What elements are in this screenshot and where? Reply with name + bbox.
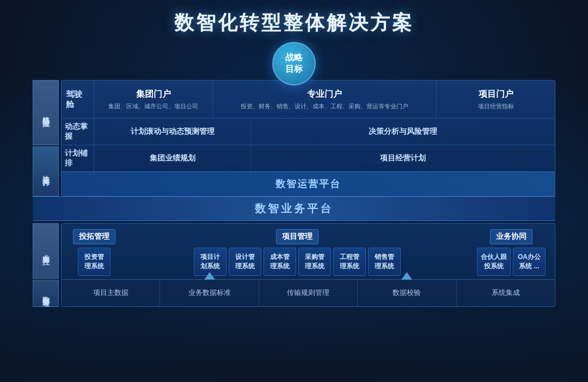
data-cell-label-3: 数据校验 xyxy=(393,288,421,298)
data-cell-2: 传输规则管理 xyxy=(259,280,358,306)
bottom-section: 业务管控 数据管理 投拓管理 投资管理系统 xyxy=(33,223,555,307)
plan-cell1: 集团业绩规划 xyxy=(94,145,251,171)
data-cell-1: 业务数据标准 xyxy=(160,280,259,306)
label-strategic-monitor: 战略监控 xyxy=(33,80,59,145)
project-item-4: 工程管理系统 xyxy=(333,248,366,276)
strategy-circle: 战略 目标 xyxy=(272,42,316,85)
cockpit-row: 驾驶舱 集团门户 集团、区域、城市公司、项目公司 专业门户 投资、财务、销售、设… xyxy=(62,81,555,119)
group-portal-sub: 集团、区域、城市公司、项目公司 xyxy=(108,102,198,110)
biz-platform-label: 数智业务平台 xyxy=(255,202,333,214)
top-section: 战略监控 决策支持 驾驶舱 集团门户 集团、区域、城市公司、项目公司 xyxy=(33,80,555,196)
project-item-2: 成本管理系统 xyxy=(264,248,296,276)
arrow-up-1 xyxy=(204,272,215,280)
data-cell-0: 项目主数据 xyxy=(62,280,160,306)
data-cell-label-4: 系统集成 xyxy=(492,288,520,298)
investment-block: 投拓管理 投资管理系统 xyxy=(67,229,121,276)
project-item-5: 销售管理系统 xyxy=(368,248,401,276)
plan-cell2: 项目经营计划 xyxy=(251,145,555,171)
label-business-control: 业务管控 xyxy=(33,223,59,279)
professional-portal-title: 专业门户 xyxy=(307,89,342,100)
plan-label: 计划铺排 xyxy=(62,145,94,171)
investment-item-0: 投资管理系统 xyxy=(78,248,111,276)
data-row: 项目主数据 业务数据标准 传输规则管理 数据校验 系统集成 xyxy=(62,279,555,306)
project-item-3: 采购管理系统 xyxy=(298,248,331,276)
project-portal-title: 项目门户 xyxy=(479,89,513,100)
bottom-left-labels: 业务管控 数据管理 xyxy=(33,223,59,307)
business-panel: 投拓管理 投资管理系统 项目管理 项目计划系统 设计管理系统 成本管理系统 采购… xyxy=(61,223,555,307)
collab-item-1: OA办公系统 ... xyxy=(513,248,546,276)
cockpit-label: 驾驶舱 xyxy=(62,81,94,118)
collaboration-items: 合伙人跟投系统 OA办公系统 ... xyxy=(477,248,546,276)
project-mgmt-items: 项目计划系统 设计管理系统 成本管理系统 采购管理系统 工程管理系统 销售管理系… xyxy=(194,248,401,276)
dynamic-cell1: 计划滚动与动态预测管理 xyxy=(94,119,251,145)
investment-items: 投资管理系统 xyxy=(78,248,111,276)
dynamic-label: 动态掌握 xyxy=(62,119,94,145)
content-area: 战略监控 决策支持 驾驶舱 集团门户 集团、区域、城市公司、项目公司 xyxy=(33,80,555,307)
data-cell-4: 系统集成 xyxy=(457,280,555,306)
left-labels-top: 战略监控 决策支持 xyxy=(33,80,59,196)
cockpit-group-portal: 集团门户 集团、区域、城市公司、项目公司 xyxy=(94,81,213,118)
project-mgmt-block: 项目管理 项目计划系统 设计管理系统 成本管理系统 采购管理系统 工程管理系统 … xyxy=(126,229,469,276)
dynamic-cell2: 决策分析与风险管理 xyxy=(251,119,555,145)
group-portal-title: 集团门户 xyxy=(136,89,171,100)
plan-row: 计划铺排 集团业绩规划 项目经营计划 xyxy=(62,145,555,171)
page-title: 数智化转型整体解决方案 xyxy=(174,0,414,42)
dynamic-cells: 计划滚动与动态预测管理 决策分析与风险管理 xyxy=(94,119,555,145)
data-cell-label-0: 项目主数据 xyxy=(93,288,128,298)
cockpit-professional-portal: 专业门户 投资、财务、销售、设计、成本、工程、采购、营运等专业门户 xyxy=(213,81,437,118)
professional-portal-sub: 投资、财务、销售、设计、成本、工程、采购、营运等专业门户 xyxy=(241,102,408,110)
arrow-up-3 xyxy=(401,272,412,280)
investment-title: 投拓管理 xyxy=(73,229,115,244)
strategy-line1: 战略 xyxy=(285,52,303,64)
label-decision-support: 决策支持 xyxy=(33,146,59,196)
right-panel: 驾驶舱 集团门户 集团、区域、城市公司、项目公司 专业门户 投资、财务、销售、设… xyxy=(61,80,555,196)
cockpit-cells: 集团门户 集团、区域、城市公司、项目公司 专业门户 投资、财务、销售、设计、成本… xyxy=(94,81,555,118)
dynamic-row: 动态掌握 计划滚动与动态预测管理 决策分析与风险管理 xyxy=(62,119,555,145)
project-mgmt-title: 项目管理 xyxy=(276,229,318,244)
collab-item-0: 合伙人跟投系统 xyxy=(477,248,511,276)
collaboration-title: 业务协同 xyxy=(490,229,532,244)
project-item-1: 设计管理系统 xyxy=(229,248,261,276)
collaboration-block: 业务协同 合伙人跟投系统 OA办公系统 ... xyxy=(473,229,549,276)
business-top: 投拓管理 投资管理系统 项目管理 项目计划系统 设计管理系统 成本管理系统 采购… xyxy=(62,224,555,279)
page-container: 数智化转型整体解决方案 战略 目标 战略监控 决策支持 驾驶舱 xyxy=(0,0,588,382)
data-cell-3: 数据校验 xyxy=(358,280,456,306)
project-portal-sub: 项目经营指标 xyxy=(478,102,514,110)
cockpit-project-portal: 项目门户 项目经营指标 xyxy=(437,81,555,118)
biz-platform-bar: 数智业务平台 xyxy=(33,196,555,221)
ops-platform-label: 数智运营平台 xyxy=(62,171,555,196)
label-data-management: 数据管理 xyxy=(33,280,59,307)
plan-cells: 集团业绩规划 项目经营计划 xyxy=(94,145,555,171)
data-cell-label-1: 业务数据标准 xyxy=(188,288,231,298)
strategy-line2: 目标 xyxy=(285,64,303,75)
data-cell-label-2: 传输规则管理 xyxy=(287,288,329,298)
